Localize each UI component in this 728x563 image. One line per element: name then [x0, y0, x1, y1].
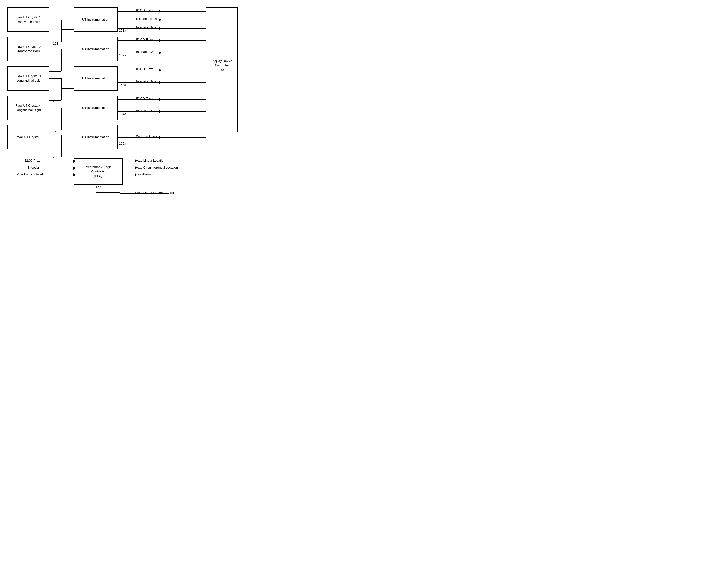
crystal5-box: Wall UT Crystal [7, 125, 49, 150]
output-ig-1: Interface Gate [136, 25, 156, 30]
num-157: 157 [96, 185, 101, 189]
input-prox-label: 12:00 Prox [25, 159, 40, 163]
inst1-box: UT Instrumentation [74, 7, 118, 32]
inst2-box: UT Instrumentation [74, 37, 118, 61]
output-idod-1: ID/OD Flaw [136, 8, 153, 13]
crystal3-box: Flaw UT Crystal 3Longitudinal Left [7, 66, 49, 91]
crystal1-box: Flaw UT Crystal 1Transverse Front [7, 7, 49, 32]
output-idod-3: ID/OD Flaw [136, 67, 153, 71]
num-153a: 153a [119, 83, 126, 87]
inst4-box: UT Instrumentation [74, 96, 118, 120]
num-155: 155 [53, 156, 58, 160]
output-ig-2: Interface Gate [136, 50, 156, 54]
num-153: 153 [53, 101, 58, 104]
input-encoder-label: Encoder [27, 165, 39, 170]
output-wt-5: Wall Thickness [136, 134, 157, 139]
main-diagram: Display Device Computer 156 Flaw UT Crys… [5, 5, 240, 191]
output-dte-1: Distance to End [136, 17, 159, 21]
num-154a: 154a [119, 112, 126, 116]
num-151a: 151a [119, 29, 126, 32]
input-photocell-label: Pipe End Photocell [17, 172, 44, 177]
num-154: 154 [53, 130, 58, 134]
num-155a: 155a [119, 142, 126, 145]
inst3-box: UT Instrumentation [74, 66, 118, 91]
plc-box: Programable LogicController(PLC) [74, 158, 123, 185]
crystal4-box: Flaw UT Crystal 4Longitudinal Right [7, 96, 49, 120]
output-idod-2: ID/OD Flaw [136, 38, 153, 42]
crystal2-box: Flaw UT Crystal 2Transverse Back [7, 37, 49, 61]
display-device-label: Display Device Computer 156 [210, 59, 234, 72]
num-152a: 152a [119, 53, 126, 57]
output-idod-4: ID/OD Flaw [136, 96, 153, 101]
inst5-box: UT Instrumentation [74, 125, 118, 150]
output-ig-3: Interface Gate [136, 79, 156, 84]
num-151: 151 [53, 42, 58, 45]
num-152: 152 [53, 71, 58, 75]
output-ig-4: Interface Gate [136, 109, 156, 113]
